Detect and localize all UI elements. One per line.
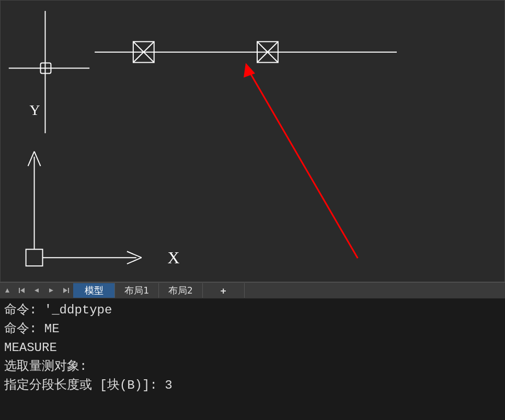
tab-scroll-up-icon[interactable] bbox=[0, 283, 15, 298]
command-history-line: 命令: ME bbox=[4, 320, 501, 339]
drawing-canvas[interactable]: Y X bbox=[0, 0, 505, 282]
command-prompt-line: 指定分段长度或 [块(B)]: 3 bbox=[4, 376, 501, 395]
tab-first-icon[interactable] bbox=[15, 283, 29, 298]
svg-line-10 bbox=[249, 71, 358, 259]
command-history-line: 选取量测对象: bbox=[4, 357, 501, 376]
measured-line bbox=[95, 42, 397, 63]
tab-prev-icon[interactable] bbox=[29, 283, 44, 298]
tab-last-icon[interactable] bbox=[59, 283, 73, 298]
tab-model[interactable]: 模型 bbox=[73, 283, 115, 298]
ucs-icon: Y X bbox=[26, 102, 180, 267]
drawing-svg: Y X bbox=[1, 1, 504, 282]
crosshair-cursor bbox=[9, 11, 89, 133]
svg-rect-12 bbox=[26, 249, 43, 266]
svg-line-18 bbox=[127, 258, 142, 264]
svg-text:X: X bbox=[168, 249, 180, 267]
command-window[interactable]: 命令: '_ddptype 命令: ME MEASURE 选取量测对象: 指定分… bbox=[0, 299, 505, 397]
svg-rect-22 bbox=[19, 288, 20, 293]
svg-marker-11 bbox=[244, 63, 255, 78]
tab-layout2[interactable]: 布局2 bbox=[159, 283, 203, 298]
svg-marker-26 bbox=[63, 288, 67, 293]
tab-layout1[interactable]: 布局1 bbox=[115, 283, 159, 298]
svg-rect-27 bbox=[68, 288, 69, 293]
svg-text:Y: Y bbox=[30, 102, 40, 118]
svg-marker-21 bbox=[5, 288, 9, 293]
tab-bar: 模型 布局1 布局2 + bbox=[0, 282, 505, 299]
svg-line-15 bbox=[35, 151, 41, 166]
svg-line-14 bbox=[28, 151, 35, 166]
command-history-line: MEASURE bbox=[4, 339, 501, 357]
svg-marker-23 bbox=[20, 288, 25, 293]
tab-next-icon[interactable] bbox=[44, 283, 59, 298]
svg-line-17 bbox=[127, 251, 142, 258]
tab-add-button[interactable]: + bbox=[203, 283, 245, 298]
svg-marker-24 bbox=[35, 288, 39, 293]
command-history-line: 命令: '_ddptype bbox=[4, 301, 501, 320]
svg-marker-25 bbox=[49, 288, 53, 293]
annotation-arrow bbox=[244, 63, 358, 259]
